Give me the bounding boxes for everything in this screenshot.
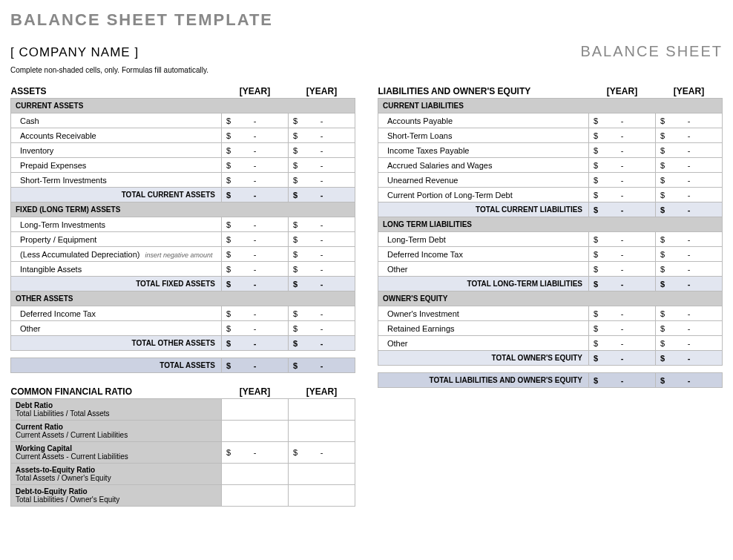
year-header[interactable]: [YEAR] — [289, 83, 355, 99]
value-cell[interactable]: $- — [589, 262, 656, 277]
value-cell[interactable]: $- — [222, 306, 289, 321]
value-cell[interactable]: $- — [289, 143, 355, 158]
liabilities-table: LIABILITIES AND OWNER'S EQUITY [YEAR] [Y… — [378, 83, 723, 388]
subsection-header: CURRENT ASSETS — [11, 99, 355, 113]
value-cell[interactable]: $- — [222, 113, 289, 128]
line-item-row: Owner's Investment$-$- — [378, 306, 723, 321]
ratio-label: Working CapitalCurrent Assets - Current … — [11, 442, 222, 464]
assets-table: ASSETS [YEAR] [YEAR] CURRENT ASSETSCash$… — [10, 83, 355, 373]
value-cell[interactable]: $- — [656, 262, 723, 277]
total-liab-equity-row: TOTAL LIABILITIES AND OWNER'S EQUITY $- … — [378, 373, 723, 388]
ratio-row: Debt RatioTotal Liabilities / Total Asse… — [11, 399, 355, 421]
ratio-value: $- — [222, 442, 289, 464]
value-cell[interactable]: $- — [656, 247, 723, 262]
value-cell[interactable]: $- — [656, 158, 723, 173]
subsection-header: LONG TERM LIABILITIES — [378, 217, 723, 232]
subtotal-label: TOTAL CURRENT ASSETS — [11, 188, 222, 202]
value-cell[interactable]: $- — [222, 321, 289, 336]
line-item-label: Unearned Revenue — [378, 173, 589, 188]
value-cell[interactable]: $- — [222, 232, 289, 247]
line-item-label: Intangible Assets — [11, 262, 222, 277]
line-item-row: Inventory$-$- — [11, 143, 355, 158]
ratio-value: $- — [289, 442, 355, 464]
subtotal-row: TOTAL LONG-TERM LIABILITIES$-$- — [378, 277, 723, 291]
assets-heading: ASSETS — [11, 83, 222, 99]
line-item-label: Accounts Payable — [378, 113, 589, 128]
ratio-value — [222, 399, 289, 421]
line-item-label: Prepaid Expenses — [11, 158, 222, 173]
subtotal-label: TOTAL FIXED ASSETS — [11, 277, 222, 291]
value-cell[interactable]: $- — [589, 232, 656, 247]
year-header[interactable]: [YEAR] — [589, 83, 656, 99]
value-cell[interactable]: $- — [589, 113, 656, 128]
page-title: BALANCE SHEET TEMPLATE — [10, 10, 723, 30]
value-cell[interactable]: $- — [656, 321, 723, 336]
ratio-label: Assets-to-Equity RatioTotal Assets / Own… — [11, 464, 222, 485]
value-cell[interactable]: $- — [289, 158, 355, 173]
year-header[interactable]: [YEAR] — [222, 383, 289, 399]
year-header[interactable]: [YEAR] — [289, 383, 355, 399]
subtotal-label: TOTAL LONG-TERM LIABILITIES — [378, 277, 589, 291]
value-cell[interactable]: $- — [289, 128, 355, 143]
value-cell: $- — [656, 202, 723, 217]
value-cell[interactable]: $- — [222, 262, 289, 277]
subtotal-row: TOTAL OTHER ASSETS$-$- — [11, 336, 355, 351]
value-cell[interactable]: $- — [656, 113, 723, 128]
value-cell[interactable]: $- — [589, 158, 656, 173]
subtotal-label: TOTAL CURRENT LIABILITIES — [378, 202, 589, 217]
value-cell[interactable]: $- — [222, 173, 289, 188]
value-cell[interactable]: $- — [656, 232, 723, 247]
value-cell[interactable]: $- — [222, 247, 289, 262]
line-item-label: Accounts Receivable — [11, 128, 222, 143]
company-name[interactable]: [ COMPANY NAME ] — [10, 45, 139, 60]
value-cell[interactable]: $- — [289, 306, 355, 321]
value-cell[interactable]: $- — [289, 247, 355, 262]
value-cell[interactable]: $- — [656, 173, 723, 188]
line-item-row: Accrued Salaries and Wages$-$- — [378, 158, 723, 173]
instruction-text: Complete non-shaded cells, only. Formula… — [10, 66, 723, 74]
value-cell[interactable]: $- — [589, 173, 656, 188]
value-cell[interactable]: $- — [589, 247, 656, 262]
value-cell[interactable]: $- — [656, 188, 723, 202]
value-cell[interactable]: $- — [589, 188, 656, 202]
line-item-label: Accrued Salaries and Wages — [378, 158, 589, 173]
value-cell[interactable]: $- — [656, 336, 723, 351]
line-item-label: Owner's Investment — [378, 306, 589, 321]
line-item-row: Long-Term Debt$-$- — [378, 232, 723, 247]
value-cell[interactable]: $- — [222, 128, 289, 143]
ratio-value — [289, 485, 355, 507]
subsection-header: OTHER ASSETS — [11, 291, 355, 306]
value-cell[interactable]: $- — [656, 128, 723, 143]
value-cell[interactable]: $- — [289, 321, 355, 336]
year-header[interactable]: [YEAR] — [656, 83, 723, 99]
value-cell[interactable]: $- — [656, 306, 723, 321]
value-cell[interactable]: $- — [222, 217, 289, 232]
value-cell[interactable]: $- — [589, 128, 656, 143]
value-cell[interactable]: $- — [289, 217, 355, 232]
line-item-label: Long-Term Investments — [11, 217, 222, 232]
value-cell[interactable]: $- — [289, 113, 355, 128]
ratio-value — [222, 485, 289, 507]
total-liab-equity-label: TOTAL LIABILITIES AND OWNER'S EQUITY — [378, 373, 589, 388]
value-cell[interactable]: $- — [289, 232, 355, 247]
value-cell[interactable]: $- — [289, 173, 355, 188]
line-item-row: Cash$-$- — [11, 113, 355, 128]
year-header[interactable]: [YEAR] — [222, 83, 289, 99]
line-item-label: Deferred Income Tax — [378, 247, 589, 262]
value-cell[interactable]: $- — [589, 143, 656, 158]
line-item-label: Inventory — [11, 143, 222, 158]
value-cell[interactable]: $- — [589, 336, 656, 351]
value-cell[interactable]: $- — [589, 321, 656, 336]
subsection-header: OWNER'S EQUITY — [378, 291, 723, 306]
value-cell[interactable]: $- — [289, 262, 355, 277]
value-cell[interactable]: $- — [656, 143, 723, 158]
value-cell[interactable]: $- — [222, 143, 289, 158]
ratio-row: Working CapitalCurrent Assets - Current … — [11, 442, 355, 464]
value-cell: $- — [222, 336, 289, 351]
doc-label: BALANCE SHEET — [580, 43, 723, 60]
line-item-row: (Less Accumulated Depreciation) insert n… — [11, 247, 355, 262]
value-cell[interactable]: $- — [589, 306, 656, 321]
subtotal-label: TOTAL OTHER ASSETS — [11, 336, 222, 351]
ratio-value — [289, 399, 355, 421]
value-cell[interactable]: $- — [222, 158, 289, 173]
